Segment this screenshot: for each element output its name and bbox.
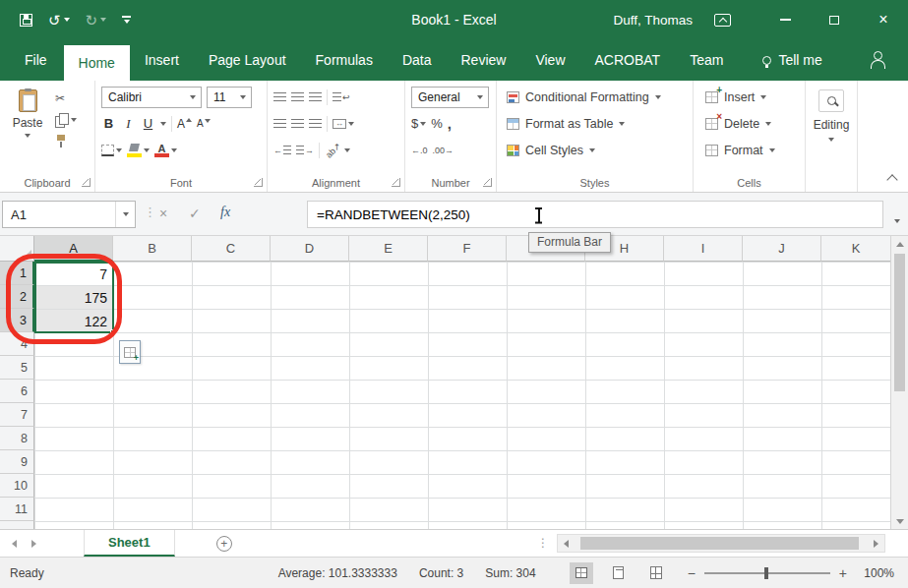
row-header-11[interactable]: 11 xyxy=(0,498,34,521)
zoom-percentage[interactable]: 100% xyxy=(859,566,894,580)
sheet-tab-sheet1[interactable]: Sheet1 xyxy=(84,530,175,557)
borders-button[interactable] xyxy=(101,145,122,156)
zoom-slider-thumb[interactable] xyxy=(764,567,768,579)
font-dialog-launcher[interactable] xyxy=(254,178,263,187)
tab-team[interactable]: Team xyxy=(675,39,738,81)
share-button[interactable] xyxy=(867,39,888,81)
number-dialog-launcher[interactable] xyxy=(483,178,492,187)
bold-button[interactable]: B xyxy=(101,117,116,130)
format-painter-button[interactable] xyxy=(55,134,77,149)
tab-insert[interactable]: Insert xyxy=(130,39,194,81)
normal-view-button[interactable] xyxy=(570,562,593,584)
row-header-2[interactable]: 2 xyxy=(0,285,34,309)
cell-a1[interactable]: 7 xyxy=(34,263,112,285)
ribbon-display-options-button[interactable] xyxy=(714,14,731,27)
horizontal-scrollbar[interactable] xyxy=(557,534,885,553)
row-header-1[interactable]: 1 xyxy=(0,262,34,285)
vertical-scrollbar[interactable] xyxy=(890,236,908,529)
column-header-f[interactable]: F xyxy=(428,236,507,262)
scroll-left-button[interactable] xyxy=(558,540,575,548)
align-bottom-button[interactable] xyxy=(309,92,322,101)
align-right-button[interactable] xyxy=(309,119,322,128)
row-header-5[interactable]: 5 xyxy=(0,356,34,380)
row-header-6[interactable]: 6 xyxy=(0,380,34,403)
row-header-3[interactable]: 3 xyxy=(0,309,34,332)
paste-button[interactable]: Paste xyxy=(6,87,49,149)
select-all-corner[interactable] xyxy=(0,236,34,262)
save-button[interactable] xyxy=(20,14,32,27)
format-cells-button[interactable]: Format xyxy=(699,139,799,161)
column-header-a[interactable]: A xyxy=(34,236,113,262)
name-box-dropdown[interactable] xyxy=(115,202,135,227)
tab-formulas[interactable]: Formulas xyxy=(301,39,388,81)
increase-decimal-button[interactable] xyxy=(411,146,428,155)
fill-color-button[interactable] xyxy=(127,144,150,157)
percent-style-button[interactable]: % xyxy=(431,116,443,131)
expand-formula-bar-button[interactable] xyxy=(894,209,900,227)
align-left-button[interactable] xyxy=(273,119,286,128)
undo-button[interactable]: ↺ xyxy=(48,13,70,28)
align-center-button[interactable] xyxy=(291,119,304,128)
row-header-8[interactable]: 8 xyxy=(0,427,34,450)
tab-page-layout[interactable]: Page Layout xyxy=(194,39,301,81)
collapse-ribbon-button[interactable] xyxy=(886,174,897,185)
next-sheet-button[interactable] xyxy=(31,540,36,548)
orientation-button[interactable] xyxy=(325,146,350,155)
customize-qat-button[interactable] xyxy=(122,16,131,24)
italic-button[interactable]: I xyxy=(121,117,136,130)
decrease-font-size-button[interactable]: A xyxy=(197,118,211,129)
font-size-combo[interactable]: 11 xyxy=(207,87,252,108)
zoom-out-button[interactable]: − xyxy=(688,566,696,580)
cancel-button[interactable]: × xyxy=(159,206,167,221)
align-middle-button[interactable] xyxy=(291,92,304,101)
conditional-formatting-button[interactable]: Conditional Formatting xyxy=(503,86,687,108)
previous-sheet-button[interactable] xyxy=(12,540,17,548)
tab-file[interactable]: File xyxy=(8,39,64,81)
tab-view[interactable]: View xyxy=(520,39,579,81)
decrease-decimal-button[interactable] xyxy=(433,146,454,155)
enter-button[interactable]: ✓ xyxy=(189,206,201,221)
autofill-options-button[interactable] xyxy=(119,340,141,364)
scroll-up-button[interactable] xyxy=(891,236,908,252)
font-name-combo[interactable]: Calibri xyxy=(101,87,202,108)
new-sheet-button[interactable]: + xyxy=(216,536,232,552)
column-header-c[interactable]: C xyxy=(192,236,271,262)
merge-center-button[interactable] xyxy=(333,119,354,129)
insert-cells-button[interactable]: Insert xyxy=(699,86,799,108)
wrap-text-button[interactable] xyxy=(333,92,350,102)
comma-style-button[interactable]: , xyxy=(448,115,452,132)
minimize-button[interactable] xyxy=(760,0,810,39)
clipboard-dialog-launcher[interactable] xyxy=(82,178,91,187)
font-color-button[interactable]: A xyxy=(154,144,177,157)
number-format-combo[interactable]: General xyxy=(411,87,489,108)
column-header-j[interactable]: J xyxy=(743,236,821,262)
tab-review[interactable]: Review xyxy=(447,39,521,81)
redo-button[interactable]: ↻ xyxy=(86,13,107,28)
delete-cells-button[interactable]: Delete xyxy=(699,112,799,135)
zoom-slider[interactable] xyxy=(704,572,830,574)
increase-indent-button[interactable] xyxy=(296,146,314,155)
tab-data[interactable]: Data xyxy=(388,39,447,81)
maximize-button[interactable] xyxy=(810,0,859,39)
user-name[interactable]: Duff, Thomas xyxy=(613,13,693,28)
page-break-view-button[interactable] xyxy=(644,562,668,584)
page-layout-view-button[interactable] xyxy=(607,562,631,584)
column-header-d[interactable]: D xyxy=(271,236,349,262)
format-as-table-button[interactable]: Format as Table xyxy=(503,112,687,135)
cells-area[interactable]: 7 175 122 xyxy=(34,262,890,529)
cut-button[interactable]: ✂ xyxy=(55,90,77,106)
align-top-button[interactable] xyxy=(273,92,286,101)
copy-button[interactable] xyxy=(55,112,77,128)
increase-font-size-button[interactable]: A xyxy=(177,117,192,131)
column-header-b[interactable]: B xyxy=(113,236,192,262)
row-header-10[interactable]: 10 xyxy=(0,474,34,498)
close-button[interactable]: × xyxy=(859,0,908,39)
zoom-in-button[interactable]: + xyxy=(839,566,847,580)
cell-styles-button[interactable]: Cell Styles xyxy=(503,139,687,161)
scroll-right-button[interactable] xyxy=(868,540,884,548)
column-header-k[interactable]: K xyxy=(821,236,890,262)
vertical-scrollbar-thumb[interactable] xyxy=(894,254,905,391)
insert-function-button[interactable]: fx xyxy=(220,205,230,220)
cell-a3[interactable]: 122 xyxy=(34,310,112,332)
tell-me-box[interactable]: Tell me xyxy=(750,39,834,81)
